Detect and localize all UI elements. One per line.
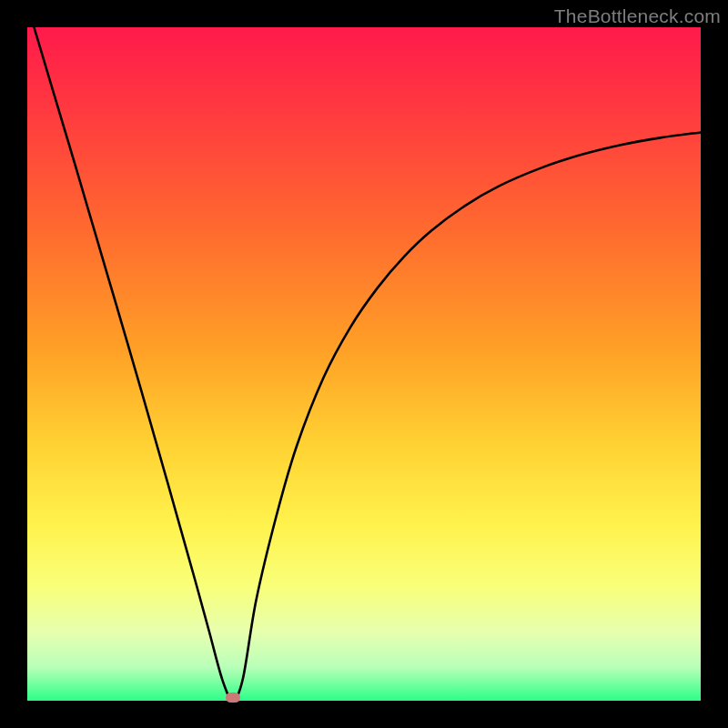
chart-frame: TheBottleneck.com bbox=[0, 0, 728, 728]
minimum-marker-dot bbox=[226, 693, 240, 703]
gradient-plot-area bbox=[27, 27, 701, 701]
bottleneck-curve bbox=[27, 27, 701, 701]
watermark-text: TheBottleneck.com bbox=[554, 5, 721, 27]
curve-path bbox=[34, 27, 701, 700]
